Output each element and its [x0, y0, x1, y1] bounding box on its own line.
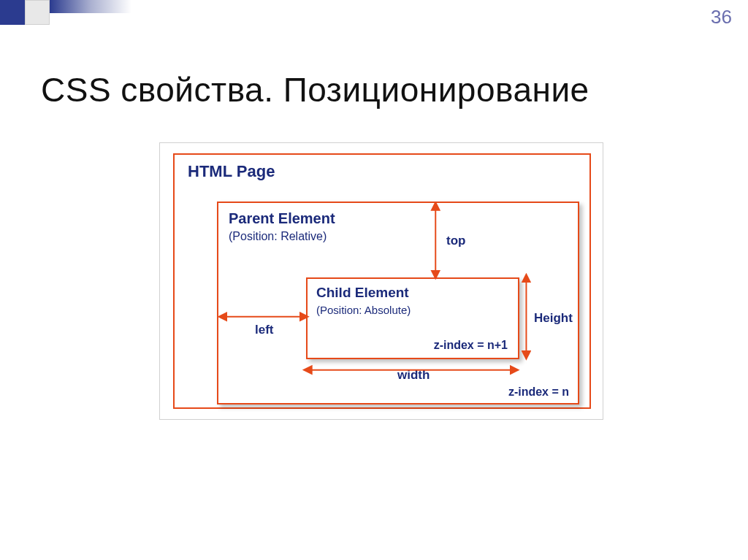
slide-decor — [0, 0, 131, 25]
decor-bar — [50, 0, 131, 13]
slide-number: 36 — [711, 6, 732, 28]
child-label: Child Element (Position: Absolute) — [316, 285, 411, 316]
child-zindex: z-index = n+1 — [434, 339, 508, 352]
html-page-box: HTML Page Parent Element (Position: Rela… — [173, 153, 591, 409]
decor-square-light — [25, 0, 50, 25]
parent-label: Parent Element (Position: Relative) — [229, 210, 335, 243]
parent-title: Parent Element — [229, 210, 335, 227]
child-box: Child Element (Position: Absolute) z-ind… — [306, 277, 519, 359]
parent-box: Parent Element (Position: Relative) Chil… — [217, 202, 579, 404]
html-page-label: HTML Page — [188, 162, 275, 181]
child-title: Child Element — [316, 285, 411, 301]
slide-title: CSS свойства. Позиционирование — [41, 70, 589, 110]
parent-zindex: z-index = n — [508, 386, 569, 399]
parent-sub: (Position: Relative) — [229, 230, 335, 243]
dim-left: left — [255, 323, 274, 337]
dim-top: top — [446, 234, 465, 248]
diagram-frame: HTML Page Parent Element (Position: Rela… — [159, 142, 603, 420]
dim-height: Height — [534, 311, 573, 326]
child-sub: (Position: Absolute) — [316, 304, 411, 316]
decor-square-dark — [0, 0, 25, 25]
dim-width: width — [397, 368, 430, 383]
